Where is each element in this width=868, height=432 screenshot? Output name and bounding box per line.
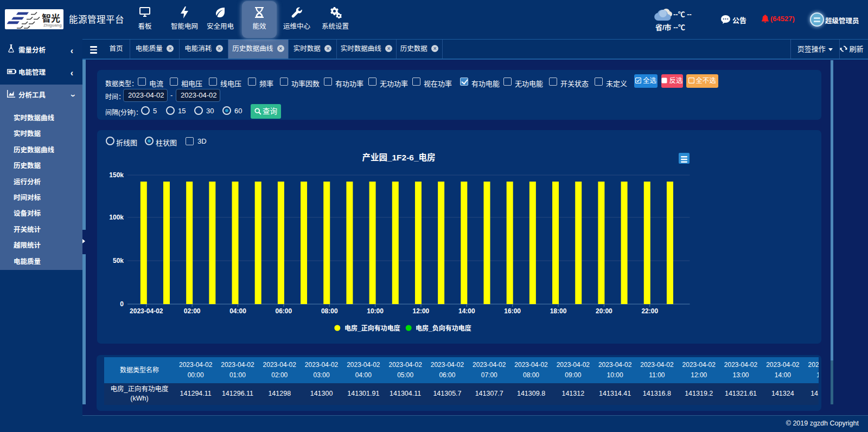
svg-text:50k: 50k <box>113 257 124 265</box>
svg-text:智光: 智光 <box>42 13 60 24</box>
svg-text:电房_负向有功电度: 电房_负向有功电度 <box>416 324 471 332</box>
svg-text:150k: 150k <box>109 171 124 179</box>
svg-text:产业园_1F2-6_电房: 产业园_1F2-6_电房 <box>362 152 435 162</box>
svg-text:100k: 100k <box>109 214 124 221</box>
svg-text:0: 0 <box>120 300 124 308</box>
svg-text:14:00: 14:00 <box>458 307 475 315</box>
svg-text:电房_正向有功电度: 电房_正向有功电度 <box>344 324 400 332</box>
svg-text:2023-04-02: 2023-04-02 <box>130 307 163 315</box>
svg-text:08:00: 08:00 <box>321 307 338 315</box>
svg-text:18:00: 18:00 <box>550 307 567 315</box>
svg-text:10:00: 10:00 <box>367 307 384 315</box>
svg-text:Zhiguang: Zhiguang <box>43 23 62 28</box>
svg-text:06:00: 06:00 <box>276 307 292 315</box>
svg-text:04:00: 04:00 <box>229 307 246 315</box>
svg-text:12:00: 12:00 <box>413 307 430 315</box>
svg-text:20:00: 20:00 <box>596 307 612 315</box>
svg-text:02:00: 02:00 <box>184 307 201 315</box>
svg-text:16:00: 16:00 <box>504 307 521 315</box>
svg-text:22:00: 22:00 <box>641 307 658 315</box>
